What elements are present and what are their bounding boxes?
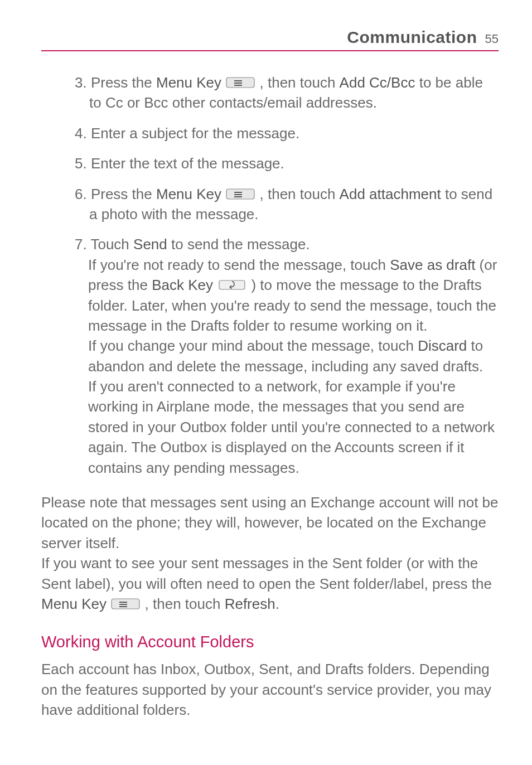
note-p2-b: , then touch	[141, 595, 224, 612]
note-para2: If you want to see your sent messages in…	[41, 553, 499, 614]
step-5: 5. Enter the text of the message.	[75, 153, 499, 173]
svg-rect-7	[119, 602, 127, 603]
save-as-draft-label: Save as draft	[390, 256, 475, 273]
document-page: Communication 55 3. Press the Menu Key ,…	[0, 0, 532, 748]
steps-list: 3. Press the Menu Key , then touch Add C…	[75, 72, 499, 478]
back-key-label: Back Key	[152, 277, 213, 293]
step-7-text-b: to send the message.	[167, 236, 310, 253]
menu-key-label: Menu Key	[156, 74, 221, 91]
step-7-para3: If you aren't connected to a network, fo…	[88, 376, 499, 478]
note-p2-a: If you want to see your sent messages in…	[41, 555, 492, 592]
svg-rect-8	[119, 604, 127, 605]
section-working-with-folders: Working with Account Folders Each accoun…	[41, 633, 499, 720]
step-7-p1-a: If you're not ready to send the message,…	[88, 256, 390, 273]
svg-rect-3	[234, 192, 242, 193]
section-heading: Working with Account Folders	[41, 633, 499, 651]
note-para1: Please note that messages sent using an …	[41, 492, 499, 553]
menu-key-icon	[110, 598, 141, 610]
step-3-text-a: 3. Press the	[75, 74, 156, 91]
step-7-para1: If you're not ready to send the message,…	[88, 255, 499, 336]
section-body: Each account has Inbox, Outbox, Sent, an…	[41, 659, 499, 720]
step-7-para2: If you change your mind about the messag…	[88, 336, 499, 376]
note-block: Please note that messages sent using an …	[41, 492, 499, 614]
step-6-text-a: 6. Press the	[75, 186, 156, 202]
step-6-text-b: , then touch	[255, 186, 339, 202]
svg-rect-9	[119, 606, 127, 607]
back-key-icon	[217, 279, 247, 291]
menu-key-label-2: Menu Key	[156, 186, 221, 202]
step-7: 7. Touch Send to send the message. If yo…	[75, 234, 499, 478]
refresh-label: Refresh	[225, 595, 275, 612]
svg-rect-5	[234, 196, 242, 197]
page-header: Communication 55	[41, 28, 499, 51]
note-p2-c: .	[275, 595, 279, 612]
add-ccbcc-label: Add Cc/Bcc	[340, 74, 415, 91]
svg-rect-4	[234, 194, 242, 195]
send-label: Send	[133, 236, 167, 253]
step-3-text-b: , then touch	[255, 74, 339, 91]
menu-key-icon	[225, 76, 255, 89]
step-4: 4. Enter a subject for the message.	[75, 123, 499, 143]
step-3: 3. Press the Menu Key , then touch Add C…	[75, 72, 499, 113]
step-7-text-a: 7. Touch	[75, 236, 133, 253]
header-page-number: 55	[485, 32, 499, 46]
step-6: 6. Press the Menu Key , then touch Add a…	[75, 184, 499, 225]
step-7-line1: 7. Touch Send to send the message.	[75, 234, 499, 254]
add-attachment-label: Add attachment	[340, 186, 441, 202]
svg-rect-0	[234, 80, 242, 81]
svg-rect-1	[234, 83, 242, 84]
menu-key-icon	[225, 188, 255, 200]
menu-key-label-3: Menu Key	[41, 595, 107, 612]
header-section-title: Communication	[347, 28, 477, 47]
discard-label: Discard	[418, 337, 467, 354]
svg-rect-2	[234, 85, 242, 86]
step-7-p2-a: If you change your mind about the messag…	[88, 337, 418, 354]
